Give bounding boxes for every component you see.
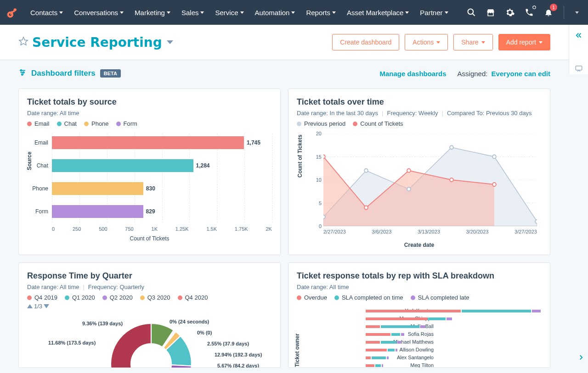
legend-item[interactable]: Form bbox=[116, 120, 137, 127]
beta-badge: BETA bbox=[100, 69, 121, 78]
line-chart: Count of Tickets 20151050 2/27/20233/6/2… bbox=[297, 134, 542, 248]
svg-point-5 bbox=[468, 9, 474, 15]
legend-item[interactable]: Phone bbox=[84, 120, 109, 127]
rep-row: Alex Santangelo bbox=[366, 354, 542, 361]
rep-row: Sofia Rojas bbox=[366, 331, 542, 338]
svg-point-22 bbox=[364, 169, 368, 173]
svg-point-13 bbox=[21, 70, 22, 71]
hbar-category: Chat bbox=[29, 162, 52, 169]
nav-reports[interactable]: Reports bbox=[301, 0, 340, 25]
svg-point-28 bbox=[364, 206, 368, 210]
nav-conversations[interactable]: Conversations bbox=[69, 0, 128, 25]
legend-item[interactable]: Overdue bbox=[297, 294, 327, 301]
nav-service[interactable]: Service bbox=[210, 0, 248, 25]
svg-point-29 bbox=[407, 169, 411, 173]
expand-panel-icon[interactable] bbox=[577, 353, 585, 363]
page-title-dropdown[interactable]: Service Reporting bbox=[32, 35, 173, 50]
pie-slice-label: 0% (24 seconds) bbox=[170, 319, 209, 324]
legend-item[interactable]: Chat bbox=[57, 120, 77, 127]
dashboard-filters-link[interactable]: Dashboard filters bbox=[31, 69, 96, 78]
svg-marker-9 bbox=[19, 37, 28, 45]
pie-slice-label: 9.36% (139 days) bbox=[82, 321, 123, 326]
rep-row: Meg Tilton bbox=[366, 362, 542, 368]
legend-item[interactable]: Email bbox=[27, 120, 50, 127]
nav-menus: Contacts Conversations Marketing Sales S… bbox=[26, 0, 453, 25]
chevron-down-icon bbox=[167, 40, 173, 44]
top-nav: Contacts Conversations Marketing Sales S… bbox=[0, 0, 588, 25]
legend-item[interactable]: Q3 2020 bbox=[140, 294, 170, 301]
nav-marketing[interactable]: Marketing bbox=[130, 0, 175, 25]
rep-row: Allison Dowling bbox=[366, 346, 542, 353]
svg-point-7 bbox=[533, 6, 536, 9]
create-dashboard-button[interactable]: Create dashboard bbox=[332, 34, 399, 50]
nav-sales[interactable]: Sales bbox=[177, 0, 209, 25]
rep-chart: Ticket owner York Karsten Marco Chieppe … bbox=[297, 307, 542, 368]
svg-point-30 bbox=[450, 178, 453, 182]
card-title: Ticket totals by source bbox=[27, 97, 272, 107]
gear-icon[interactable] bbox=[502, 5, 518, 20]
svg-point-21 bbox=[323, 215, 325, 219]
nav-divider bbox=[564, 6, 564, 19]
legend-item[interactable]: Q4 2020 bbox=[178, 294, 208, 301]
chat-icon[interactable] bbox=[575, 64, 583, 74]
star-icon[interactable] bbox=[18, 36, 28, 48]
assigned-label: Assigned: bbox=[458, 70, 488, 78]
rep-row: York Karsten bbox=[366, 307, 542, 314]
bell-badge: 1 bbox=[550, 4, 557, 11]
filter-icon[interactable] bbox=[18, 68, 27, 78]
rep-row: Mollie Ball bbox=[366, 323, 542, 330]
pie-slice-label: 2.55% (37.9 days) bbox=[207, 341, 249, 346]
page-header: Service Reporting Create dashboard Actio… bbox=[0, 25, 588, 60]
svg-point-23 bbox=[407, 187, 411, 191]
legend-item[interactable]: SLA completed late bbox=[411, 294, 469, 301]
legend-item[interactable]: Q4 2019 bbox=[27, 294, 57, 301]
legend-pager[interactable]: 1/3 bbox=[27, 303, 272, 310]
legend-item[interactable]: Previous period bbox=[297, 120, 345, 127]
header-actions: Create dashboard Actions Share Add repor… bbox=[332, 34, 550, 50]
rep-row: Marco Chieppe bbox=[366, 315, 542, 322]
nav-right: 1 bbox=[464, 5, 582, 20]
pager-up-icon[interactable] bbox=[27, 304, 33, 308]
svg-rect-8 bbox=[576, 66, 582, 70]
svg-point-24 bbox=[450, 145, 453, 149]
svg-point-14 bbox=[23, 72, 24, 73]
search-icon[interactable] bbox=[464, 5, 479, 20]
nav-partner[interactable]: Partner bbox=[415, 0, 452, 25]
collapse-panel-icon[interactable] bbox=[575, 31, 583, 41]
legend-item[interactable]: Q2 2020 bbox=[102, 294, 133, 301]
phone-icon[interactable] bbox=[521, 5, 537, 20]
nav-contacts[interactable]: Contacts bbox=[26, 0, 68, 25]
account-menu[interactable] bbox=[571, 11, 582, 14]
dashboard-grid: Ticket totals by source Date range: All … bbox=[0, 83, 588, 368]
hubspot-logo-icon[interactable] bbox=[6, 6, 19, 19]
share-button[interactable]: Share bbox=[453, 34, 492, 50]
nav-asset-marketplace[interactable]: Asset Marketplace bbox=[342, 0, 413, 25]
nav-automation[interactable]: Automation bbox=[250, 0, 300, 25]
card-title: Ticket response totals by rep with SLA b… bbox=[297, 271, 542, 281]
card-response-time-by-quarter: Response Time by Quarter Date range: All… bbox=[18, 262, 281, 368]
svg-point-15 bbox=[22, 74, 23, 75]
svg-point-31 bbox=[492, 183, 496, 186]
legend-item[interactable]: Q1 2020 bbox=[65, 294, 95, 301]
card-ticket-response-by-rep: Ticket response totals by rep with SLA b… bbox=[288, 262, 550, 368]
bell-icon[interactable]: 1 bbox=[541, 5, 556, 20]
svg-line-6 bbox=[473, 14, 475, 16]
legend-item[interactable]: SLA completed on time bbox=[334, 294, 403, 301]
pager-down-icon[interactable] bbox=[44, 304, 49, 308]
marketplace-icon[interactable] bbox=[483, 5, 498, 20]
pie-slice-label: 12.94% (192.3 days) bbox=[215, 352, 262, 357]
filter-bar: Dashboard filters BETA Manage dashboards… bbox=[0, 60, 588, 83]
hbar-fill: 1,745 bbox=[52, 136, 244, 149]
assigned-value-link[interactable]: Everyone can edit bbox=[492, 70, 550, 78]
pie-slice-label: 0% (0) bbox=[197, 330, 212, 335]
actions-button[interactable]: Actions bbox=[405, 34, 448, 50]
manage-dashboards-link[interactable]: Manage dashboards bbox=[380, 70, 447, 78]
hbar-value: 830 bbox=[146, 185, 155, 192]
svg-point-25 bbox=[492, 155, 496, 158]
add-report-button[interactable]: Add report bbox=[498, 34, 550, 50]
hbar-chart: Source Email 1,745 Chat 1,284 bbox=[27, 134, 272, 244]
hbar-category: Form bbox=[29, 208, 52, 215]
hbar-category: Email bbox=[29, 139, 52, 146]
page-title: Service Reporting bbox=[32, 35, 162, 50]
legend-item[interactable]: Count of Tickets bbox=[353, 120, 403, 127]
